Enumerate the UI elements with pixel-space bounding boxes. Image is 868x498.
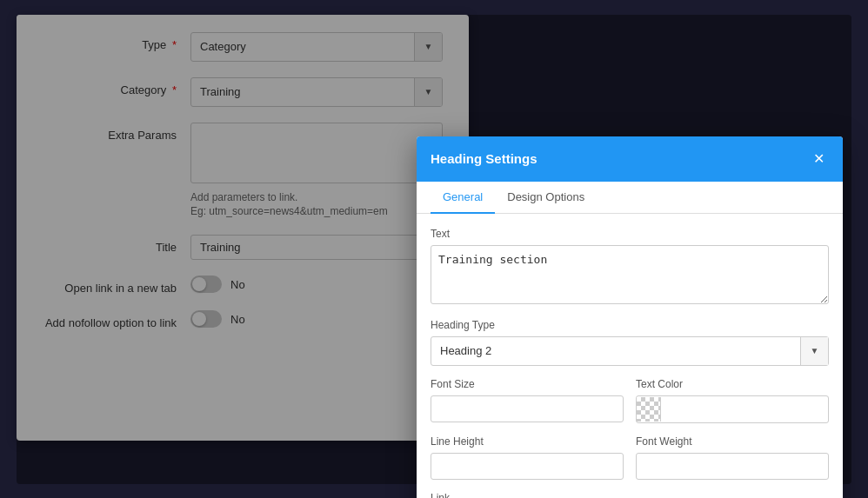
heading-type-value: Heading 2 bbox=[431, 338, 800, 363]
tab-general[interactable]: General bbox=[431, 182, 495, 214]
link-field-group: Link Select Url Category: Training Title… bbox=[431, 492, 829, 499]
font-size-field-group: Font Size bbox=[431, 378, 624, 423]
text-color-input[interactable] bbox=[636, 395, 829, 423]
text-field-label: Text bbox=[431, 228, 829, 240]
line-height-label: Line Height bbox=[431, 435, 624, 448]
line-height-input[interactable] bbox=[431, 453, 624, 480]
line-height-font-weight-row: Line Height Font Weight bbox=[431, 435, 829, 480]
font-weight-field-group: Font Weight bbox=[636, 435, 829, 480]
modal-close-button[interactable]: ✕ bbox=[808, 149, 829, 169]
link-label: Link bbox=[431, 492, 829, 499]
font-weight-label: Font Weight bbox=[636, 435, 829, 448]
heading-type-field-group: Heading Type Heading 2 bbox=[431, 319, 829, 366]
modal-tabs: General Design Options bbox=[417, 182, 843, 214]
text-color-label: Text Color bbox=[636, 378, 829, 390]
heading-type-arrow[interactable] bbox=[800, 337, 828, 365]
modal-header: Heading Settings ✕ bbox=[417, 136, 843, 182]
modal-title: Heading Settings bbox=[431, 151, 537, 166]
text-field-group: Text Training section bbox=[431, 228, 829, 307]
heading-type-label: Heading Type bbox=[431, 319, 829, 331]
font-size-color-row: Font Size Text Color bbox=[431, 378, 829, 423]
text-textarea[interactable]: Training section bbox=[431, 245, 829, 304]
font-size-label: Font Size bbox=[431, 378, 624, 390]
color-checker-icon bbox=[637, 397, 661, 422]
heading-type-select[interactable]: Heading 2 bbox=[431, 336, 829, 366]
font-size-input[interactable] bbox=[431, 395, 624, 422]
text-color-field-group: Text Color bbox=[636, 378, 829, 423]
heading-settings-modal: Heading Settings ✕ General Design Option… bbox=[417, 136, 843, 499]
tab-design-options[interactable]: Design Options bbox=[495, 182, 597, 214]
font-weight-input[interactable] bbox=[636, 453, 829, 480]
line-height-field-group: Line Height bbox=[431, 435, 624, 480]
modal-body: Text Training section Heading Type Headi… bbox=[417, 214, 843, 499]
